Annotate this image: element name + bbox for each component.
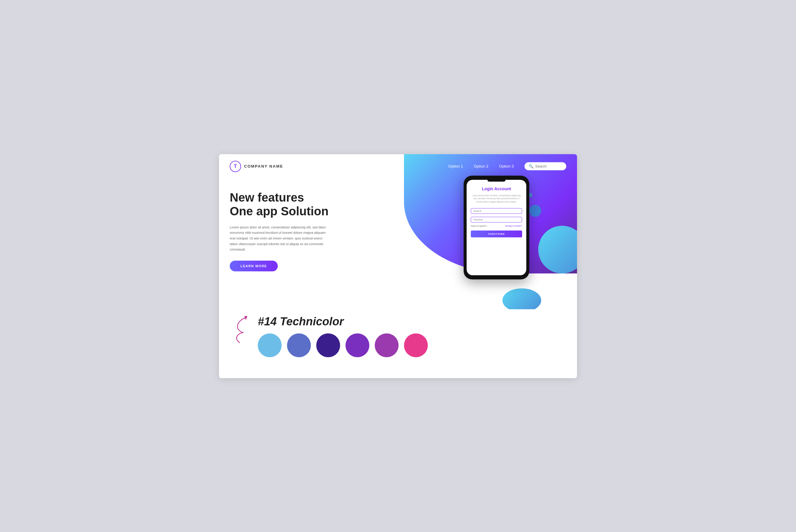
color-swatch-sky-blue [258, 334, 282, 357]
search-input[interactable] [535, 164, 562, 169]
color-swatch-violet [375, 334, 399, 357]
keep-signed-text: Keep me signed in [471, 225, 487, 227]
arrow-decoration [231, 315, 255, 346]
search-icon: 🔍 [529, 164, 534, 169]
already-member-link[interactable]: Already a member? [505, 225, 522, 227]
login-description: Lorem ipsum dolor sit amet, consectetuer… [471, 194, 522, 204]
hero-left: New features One app Solution Lorem ipsu… [230, 185, 373, 271]
technicolor-text: #14 Technicolor [258, 315, 344, 328]
learn-more-button[interactable]: LEARN MORE [230, 261, 278, 271]
password-input[interactable] [471, 217, 522, 223]
color-swatch-medium-blue [287, 334, 311, 357]
login-title: Login Account [471, 186, 522, 191]
logo-area: T COMPANY NAME [230, 161, 283, 172]
login-options-row: Keep me signed in Already a member? [471, 225, 522, 227]
color-swatch-hot-pink [404, 334, 428, 357]
navbar: T COMPANY NAME Option 1 Option 2 Option … [219, 154, 577, 178]
company-name: COMPANY NAME [244, 164, 283, 169]
email-input[interactable] [471, 208, 522, 214]
main-wrapper: T COMPANY NAME Option 1 Option 2 Option … [219, 154, 577, 378]
phone-notch [487, 178, 505, 182]
color-swatch-purple [346, 334, 369, 357]
hero-title-line1: New features [230, 191, 304, 204]
search-box: 🔍 [524, 162, 566, 170]
subscribe-button[interactable]: SUBSCRIBE [471, 230, 522, 238]
phone-frame: Login Account Lorem ipsum dolor sit amet… [464, 176, 529, 280]
bottom-section: #14 Technicolor [219, 309, 577, 366]
nav-link-option2[interactable]: Option 2 [474, 164, 488, 169]
teal-circle-bottom [502, 288, 541, 309]
logo-letter: T [234, 164, 237, 169]
color-swatch-dark-purple [316, 334, 340, 357]
nav-link-option1[interactable]: Option 1 [448, 164, 463, 169]
logo-circle: T [230, 161, 241, 172]
hero-title: New features One app Solution [230, 191, 373, 218]
hero-title-line2: One app Solution [230, 205, 329, 218]
phone-mockup-area: Login Account Lorem ipsum dolor sit amet… [464, 176, 529, 280]
hero-description: Lorem ipsum dolor sit amet, consectetuer… [230, 225, 331, 252]
website-preview: T COMPANY NAME Option 1 Option 2 Option … [219, 154, 577, 309]
phone-screen: Login Account Lorem ipsum dolor sit amet… [467, 180, 526, 275]
hero-section: New features One app Solution Lorem ipsu… [219, 178, 577, 289]
nav-links: Option 1 Option 2 Option 3 🔍 [448, 162, 566, 170]
technicolor-label: #14 Technicolor [258, 315, 565, 328]
nav-link-option3[interactable]: Option 3 [499, 164, 514, 169]
color-swatches [258, 334, 565, 357]
